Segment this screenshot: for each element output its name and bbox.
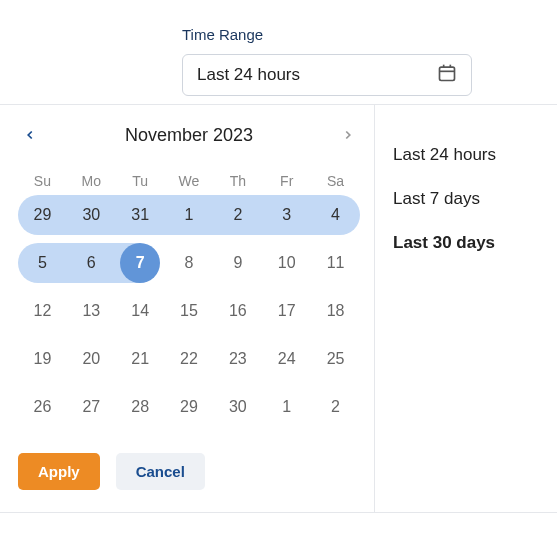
day-cell[interactable]: 5 (18, 243, 67, 283)
calendar-header: November 2023 (18, 117, 360, 159)
day-cell[interactable]: 2 (213, 195, 262, 235)
day-number: 1 (185, 206, 194, 224)
day-cell[interactable]: 23 (213, 339, 262, 379)
day-number: 29 (180, 398, 198, 416)
day-number: 5 (38, 254, 47, 272)
action-buttons: Apply Cancel (18, 453, 360, 490)
day-number: 28 (131, 398, 149, 416)
weekday-label: Su (18, 167, 67, 195)
day-number: 6 (87, 254, 96, 272)
day-cell[interactable]: 1 (165, 195, 214, 235)
day-number: 24 (278, 350, 296, 368)
weekday-label: Tu (116, 167, 165, 195)
day-number: 30 (229, 398, 247, 416)
preset-item[interactable]: Last 30 days (393, 221, 557, 265)
day-number: 22 (180, 350, 198, 368)
weekday-label: Th (213, 167, 262, 195)
time-range-label: Time Range (182, 26, 263, 43)
day-cell[interactable]: 15 (165, 291, 214, 331)
time-range-value: Last 24 hours (197, 65, 437, 85)
days-grid: 2930311234567891011121314151617181920212… (18, 195, 360, 427)
weekday-label: Sa (311, 167, 360, 195)
day-cell[interactable]: 31 (116, 195, 165, 235)
day-cell[interactable]: 7 (116, 243, 165, 283)
day-number: 2 (233, 206, 242, 224)
day-number: 18 (327, 302, 345, 320)
prev-month-button[interactable] (18, 123, 42, 147)
apply-button[interactable]: Apply (18, 453, 100, 490)
time-range-input[interactable]: Last 24 hours (182, 54, 472, 96)
day-number: 10 (278, 254, 296, 272)
day-cell[interactable]: 30 (213, 387, 262, 427)
day-number: 16 (229, 302, 247, 320)
day-cell[interactable]: 8 (165, 243, 214, 283)
day-number: 2 (331, 398, 340, 416)
day-number: 31 (131, 206, 149, 224)
day-cell[interactable]: 12 (18, 291, 67, 331)
day-number: 25 (327, 350, 345, 368)
day-number: 23 (229, 350, 247, 368)
svg-rect-0 (440, 67, 455, 80)
day-cell[interactable]: 25 (311, 339, 360, 379)
cancel-button[interactable]: Cancel (116, 453, 205, 490)
day-number: 3 (282, 206, 291, 224)
calendar-panel: November 2023 SuMoTuWeThFrSa 29303112345… (0, 105, 375, 513)
weekday-label: We (165, 167, 214, 195)
month-title: November 2023 (125, 125, 253, 146)
day-cell[interactable]: 9 (213, 243, 262, 283)
preset-item[interactable]: Last 7 days (393, 177, 557, 221)
day-cell[interactable]: 6 (67, 243, 116, 283)
weekday-label: Mo (67, 167, 116, 195)
day-number: 26 (34, 398, 52, 416)
presets-panel: Last 24 hoursLast 7 daysLast 30 days (375, 105, 557, 513)
day-number: 9 (233, 254, 242, 272)
day-cell[interactable]: 28 (116, 387, 165, 427)
day-cell[interactable]: 26 (18, 387, 67, 427)
day-number: 8 (185, 254, 194, 272)
day-cell[interactable]: 17 (262, 291, 311, 331)
day-number: 30 (82, 206, 100, 224)
date-picker-popup: November 2023 SuMoTuWeThFrSa 29303112345… (0, 104, 557, 513)
day-cell[interactable]: 29 (165, 387, 214, 427)
day-cell[interactable]: 27 (67, 387, 116, 427)
day-number: 29 (34, 206, 52, 224)
day-number: 20 (82, 350, 100, 368)
day-number: 1 (282, 398, 291, 416)
day-cell[interactable]: 11 (311, 243, 360, 283)
day-cell[interactable]: 29 (18, 195, 67, 235)
weekday-label: Fr (262, 167, 311, 195)
day-cell[interactable]: 22 (165, 339, 214, 379)
day-number: 4 (331, 206, 340, 224)
day-cell[interactable]: 1 (262, 387, 311, 427)
day-number: 12 (34, 302, 52, 320)
day-number: 15 (180, 302, 198, 320)
time-range-header: Time Range (0, 0, 557, 44)
day-cell[interactable]: 24 (262, 339, 311, 379)
day-number: 11 (327, 254, 345, 272)
weekday-row: SuMoTuWeThFrSa (18, 167, 360, 195)
day-number: 13 (82, 302, 100, 320)
day-cell[interactable]: 30 (67, 195, 116, 235)
day-cell[interactable]: 16 (213, 291, 262, 331)
day-number: 19 (34, 350, 52, 368)
day-cell[interactable]: 19 (18, 339, 67, 379)
day-number: 27 (82, 398, 100, 416)
day-number: 14 (131, 302, 149, 320)
preset-item[interactable]: Last 24 hours (393, 133, 557, 177)
day-number: 21 (131, 350, 149, 368)
day-cell[interactable]: 18 (311, 291, 360, 331)
day-cell[interactable]: 13 (67, 291, 116, 331)
day-cell[interactable]: 14 (116, 291, 165, 331)
day-cell[interactable]: 2 (311, 387, 360, 427)
next-month-button[interactable] (336, 123, 360, 147)
day-cell[interactable]: 10 (262, 243, 311, 283)
day-cell[interactable]: 3 (262, 195, 311, 235)
selected-day: 7 (120, 243, 160, 283)
day-cell[interactable]: 21 (116, 339, 165, 379)
day-number: 17 (278, 302, 296, 320)
day-cell[interactable]: 20 (67, 339, 116, 379)
calendar-icon[interactable] (437, 63, 457, 87)
day-cell[interactable]: 4 (311, 195, 360, 235)
